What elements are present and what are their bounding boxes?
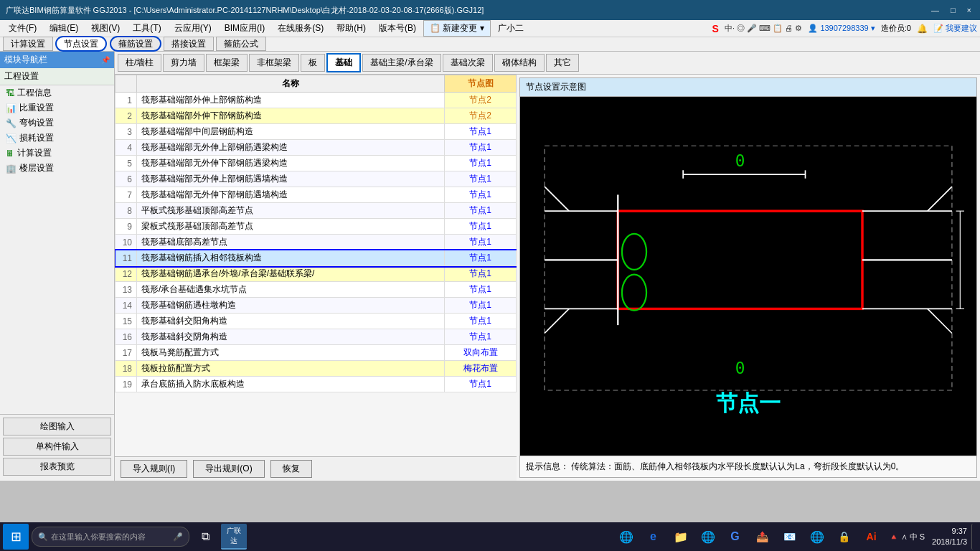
show-desktop-button[interactable]: [971, 524, 977, 550]
sidebar-item-project-info[interactable]: 🏗 工程信息: [0, 85, 114, 100]
taskbar-app-taskview[interactable]: ⧉: [192, 524, 218, 550]
sidebar-pin-icon[interactable]: 📌: [101, 56, 110, 64]
taskbar-app-browser1[interactable]: 🌐: [613, 524, 639, 550]
table-row[interactable]: 16筏形基础斜交阴角构造节点1: [116, 329, 517, 345]
taskbar-search[interactable]: 🔍 在这里输入你要搜索的内容 🎤: [32, 527, 189, 547]
minimize-button[interactable]: —: [928, 6, 942, 14]
taskbar-app-ie2[interactable]: 🌐: [804, 524, 830, 550]
taskbar-app-folder[interactable]: 📁: [668, 524, 694, 550]
table-row[interactable]: 15筏形基础斜交阳角构造节点1: [116, 314, 517, 329]
taskbar-app-share[interactable]: 📤: [750, 524, 776, 550]
row-node[interactable]: 节点1: [445, 124, 517, 140]
sidebar-item-floor-settings[interactable]: 🏢 楼层设置: [0, 161, 114, 176]
tab-slab[interactable]: 板: [301, 54, 325, 72]
table-row[interactable]: 5筏形基础端部无外伸下部钢筋遇梁构造节点1: [116, 156, 517, 171]
taskbar-app-browser2[interactable]: 🌐: [695, 524, 721, 550]
tab-foundation-beam[interactable]: 基础主梁/承台梁: [362, 54, 440, 72]
row-node[interactable]: 节点1: [445, 329, 517, 345]
row-node[interactable]: 节点1: [445, 187, 517, 203]
tab-stirrup-formula[interactable]: 箍筋公式: [216, 37, 266, 51]
row-node[interactable]: 节点1: [445, 266, 517, 282]
table-row[interactable]: 7筏形基础端部无外伸下部钢筋遇墙构造节点1: [116, 187, 517, 203]
table-row[interactable]: 13筏形/承台基础遇集水坑节点节点1: [116, 282, 517, 298]
table-row[interactable]: 3筏形基础端部中间层钢筋构造节点1: [116, 124, 517, 140]
table-row[interactable]: 6筏形基础端部无外伸上部钢筋遇墙构造节点1: [116, 171, 517, 187]
row-node[interactable]: 节点1: [445, 140, 517, 156]
table-row[interactable]: 8平板式筏形基础顶部高差节点节点1: [116, 203, 517, 219]
row-node[interactable]: 节点1: [445, 156, 517, 171]
tab-masonry[interactable]: 砌体结构: [494, 54, 545, 72]
row-node[interactable]: 节点1: [445, 314, 517, 329]
menu-version[interactable]: 版本号(B): [373, 21, 422, 36]
row-node[interactable]: 节点1: [445, 203, 517, 219]
menu-bim[interactable]: BIM应用(I): [219, 21, 271, 36]
menu-cloud[interactable]: 云应用(Y): [169, 21, 217, 36]
table-row[interactable]: 2筏形基础端部外伸下部钢筋构造节点2: [116, 108, 517, 124]
tab-foundation-secondary-beam[interactable]: 基础次梁: [443, 54, 493, 72]
row-node[interactable]: 节点2: [445, 93, 517, 108]
restore-button[interactable]: 恢复: [270, 460, 312, 478]
close-button[interactable]: ×: [964, 6, 974, 14]
table-row[interactable]: 19承台底筋插入防水底板构造节点1: [116, 377, 517, 392]
menu-assistant[interactable]: 广小二: [492, 21, 529, 36]
taskbar-app-ggj[interactable]: 广联达: [221, 524, 247, 550]
row-node[interactable]: 节点1: [445, 219, 517, 235]
tab-column[interactable]: 柱/墙柱: [118, 54, 161, 72]
export-rules-button[interactable]: 导出规则(O): [193, 460, 264, 478]
hook-icon: 🔧: [6, 118, 17, 128]
menu-newchange[interactable]: 📋 新建变更 ▾: [423, 20, 491, 37]
sidebar-item-calc-settings[interactable]: 🖩 计算设置: [0, 146, 114, 161]
start-button[interactable]: ⊞: [3, 524, 29, 550]
table-row[interactable]: 10筏形基础底部高差节点节点1: [116, 235, 517, 250]
mic-icon[interactable]: 🎤: [173, 532, 183, 542]
notification-icon[interactable]: 🔔: [917, 24, 928, 34]
tab-frame-beam[interactable]: 框架梁: [206, 54, 248, 72]
menu-help[interactable]: 帮助(H): [331, 21, 372, 36]
table-row[interactable]: 17筏板马凳筋配置方式双向布置: [116, 345, 517, 361]
tab-stirrup-settings[interactable]: 箍筋设置: [110, 36, 161, 52]
sidebar-item-weight-settings[interactable]: 📊 比重设置: [0, 100, 114, 116]
sidebar-item-hook-settings[interactable]: 🔧 弯钩设置: [0, 116, 114, 131]
tab-node-settings[interactable]: 节点设置: [55, 36, 107, 52]
row-node[interactable]: 节点1: [445, 235, 517, 250]
row-node[interactable]: 梅花布置: [445, 361, 517, 377]
row-node[interactable]: 节点1: [445, 171, 517, 187]
table-row[interactable]: 12筏形基础钢筋遇承台/外墙/承台梁/基础联系梁/节点1: [116, 266, 517, 282]
table-row[interactable]: 14筏形基础钢筋遇柱墩构造节点1: [116, 298, 517, 314]
table-row[interactable]: 1筏形基础端部外伸上部钢筋构造节点2: [116, 93, 517, 108]
menu-tools[interactable]: 工具(T): [127, 21, 166, 36]
table-row[interactable]: 4筏形基础端部无外伸上部钢筋遇梁构造节点1: [116, 140, 517, 156]
import-rules-button[interactable]: 导入规则(I): [121, 460, 187, 478]
taskbar-app-lock[interactable]: 🔒: [831, 524, 857, 550]
row-node[interactable]: 节点1: [445, 282, 517, 298]
tab-splice-settings[interactable]: 搭接设置: [164, 37, 214, 51]
taskbar-app-g[interactable]: G: [722, 524, 748, 550]
sidebar-item-loss-settings[interactable]: 📉 损耗设置: [0, 131, 114, 146]
report-preview-button[interactable]: 报表预览: [3, 458, 111, 476]
maximize-button[interactable]: □: [948, 6, 958, 14]
row-node[interactable]: 节点1: [445, 250, 517, 266]
table-row[interactable]: 11筏形基础钢筋插入相邻筏板构造节点1: [116, 250, 517, 266]
row-node[interactable]: 节点1: [445, 298, 517, 314]
table-row[interactable]: 18筏板拉筋配置方式梅花布置: [116, 361, 517, 377]
tab-foundation[interactable]: 基础: [326, 53, 361, 72]
tab-nonframe-beam[interactable]: 非框架梁: [249, 54, 299, 72]
taskbar-app-email[interactable]: 📧: [777, 524, 803, 550]
tab-shearwall[interactable]: 剪力墙: [163, 54, 204, 72]
taskbar-app-ie[interactable]: e: [641, 524, 666, 550]
menu-view[interactable]: 视图(V): [85, 21, 126, 36]
user-info[interactable]: 👤 13907298339 ▾: [808, 24, 875, 33]
tab-other[interactable]: 其它: [546, 54, 579, 72]
suggest-label[interactable]: 📝 我要建议: [933, 23, 977, 34]
row-node[interactable]: 节点2: [445, 108, 517, 124]
single-component-button[interactable]: 单构件输入: [3, 438, 111, 456]
draw-input-button[interactable]: 绘图输入: [3, 418, 111, 435]
menu-edit[interactable]: 编辑(E): [44, 21, 84, 36]
row-node[interactable]: 双向布置: [445, 345, 517, 361]
taskbar-app-ai[interactable]: Ai: [859, 524, 885, 550]
row-node[interactable]: 节点1: [445, 377, 517, 392]
tab-calc-settings[interactable]: 计算设置: [3, 37, 53, 51]
menu-online[interactable]: 在线服务(S): [272, 21, 329, 36]
table-row[interactable]: 9梁板式筏形基础顶部高差节点节点1: [116, 219, 517, 235]
menu-file[interactable]: 文件(F): [3, 21, 42, 36]
